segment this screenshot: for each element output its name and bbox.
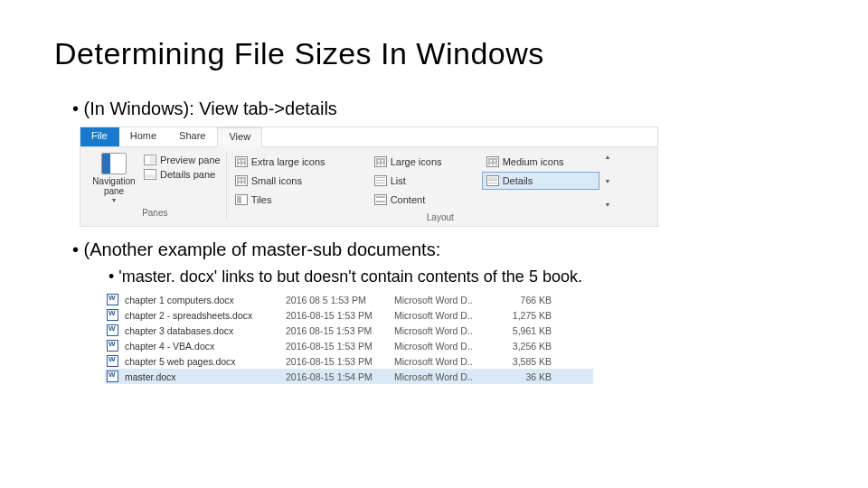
preview-pane-label: Preview pane xyxy=(160,155,221,165)
file-date: 2016-08-15 1:54 PM xyxy=(286,371,394,382)
layout-list[interactable]: List xyxy=(370,172,478,190)
file-name: chapter 3 databases.docx xyxy=(123,325,286,336)
layout-label: List xyxy=(391,175,406,186)
layout-large-icons[interactable]: Large icons xyxy=(370,153,478,171)
layout-details[interactable]: Details xyxy=(482,172,599,190)
file-type: Microsoft Word D.. xyxy=(394,356,494,367)
layout-label: Medium icons xyxy=(503,156,564,167)
preview-pane-button[interactable]: Preview pane xyxy=(144,155,221,165)
tiles-icon xyxy=(235,194,248,205)
file-row[interactable]: chapter 1 computers.docx2016 08 5 1:53 P… xyxy=(105,292,593,307)
file-size: 1,275 KB xyxy=(494,310,557,321)
file-row[interactable]: chapter 2 - spreadsheets.docx2016-08-15 … xyxy=(105,307,593,323)
medium-icons-icon xyxy=(486,156,499,167)
word-doc-icon xyxy=(107,371,118,382)
ribbon-group-panes: Navigation pane ▾ Preview pane Details p… xyxy=(84,153,227,220)
file-name: chapter 2 - spreadsheets.docx xyxy=(123,310,286,321)
file-row[interactable]: chapter 5 web pages.docx2016-08-15 1:53 … xyxy=(105,353,593,369)
chevron-up-icon: ▴ xyxy=(606,153,609,161)
layout-label: Extra large icons xyxy=(251,156,326,167)
explorer-ribbon-screenshot: File Home Share View Navigation pane ▾ P… xyxy=(80,127,658,227)
tab-home[interactable]: Home xyxy=(119,127,168,146)
layout-medium-icons[interactable]: Medium icons xyxy=(482,153,599,171)
bullet-text: (In Windows): View tab->details xyxy=(84,99,337,118)
layout-content[interactable]: Content xyxy=(370,191,478,209)
details-icon xyxy=(486,175,499,186)
bullet-master-sub: • (Another example of master-sub documen… xyxy=(72,239,814,260)
word-doc-icon xyxy=(107,294,118,305)
layout-label: Small icons xyxy=(251,175,302,186)
file-date: 2016 08-15 1:53 PM xyxy=(286,325,394,336)
file-name: chapter 5 web pages.docx xyxy=(123,356,286,367)
file-size: 3,585 KB xyxy=(494,356,557,367)
chevron-down-icon: ▾ xyxy=(606,177,609,185)
file-name: chapter 1 computers.docx xyxy=(123,295,286,305)
navigation-pane-button[interactable]: Navigation pane ▾ xyxy=(90,153,138,204)
layout-label: Tiles xyxy=(251,194,272,205)
word-doc-icon xyxy=(107,309,118,321)
file-type: Microsoft Word D.. xyxy=(394,371,494,382)
file-name: chapter 4 - VBA.docx xyxy=(123,341,286,352)
word-doc-icon xyxy=(107,340,118,352)
word-doc-icon xyxy=(107,324,118,336)
explorer-file-list-screenshot: chapter 1 computers.docx2016 08 5 1:53 P… xyxy=(105,292,593,384)
slide-title: Determining File Sizes In Windows xyxy=(54,36,814,71)
ribbon-group-layout: Extra large icons Large icons Medium ico… xyxy=(227,153,654,224)
file-size: 3,256 KB xyxy=(494,341,557,352)
content-icon xyxy=(374,194,387,205)
layout-label: Large icons xyxy=(391,156,442,167)
layout-extra-large-icons[interactable]: Extra large icons xyxy=(231,153,366,171)
tab-view[interactable]: View xyxy=(217,127,262,147)
tab-file[interactable]: File xyxy=(80,127,119,146)
file-date: 2016 08 5 1:53 PM xyxy=(286,295,394,305)
tab-share[interactable]: Share xyxy=(168,127,217,146)
file-type: Microsoft Word D.. xyxy=(394,310,494,321)
file-date: 2016-08-15 1:53 PM xyxy=(286,356,394,367)
small-icons-icon xyxy=(235,175,248,186)
bullet-master-link: • 'master. docx' links to but doesn't co… xyxy=(108,267,814,286)
file-row[interactable]: chapter 4 - VBA.docx2016-08-15 1:53 PMMi… xyxy=(105,338,593,353)
file-size: 36 KB xyxy=(494,371,557,382)
details-pane-label: Details pane xyxy=(160,169,215,180)
slide: Determining File Sizes In Windows • (In … xyxy=(0,0,868,402)
large-icons-icon xyxy=(374,156,387,167)
ribbon-tabbar: File Home Share View xyxy=(80,127,657,147)
layout-label: Details xyxy=(503,175,533,186)
file-size: 766 KB xyxy=(494,295,557,305)
file-type: Microsoft Word D.. xyxy=(394,325,494,336)
more-icon: ▾ xyxy=(606,201,609,209)
chevron-down-icon: ▾ xyxy=(112,196,116,204)
ribbon-body: Navigation pane ▾ Preview pane Details p… xyxy=(80,147,657,226)
layout-small-icons[interactable]: Small icons xyxy=(231,172,366,190)
group-caption-panes: Panes xyxy=(142,208,167,220)
preview-pane-icon xyxy=(144,155,156,165)
bullet-text: 'master. docx' links to but doesn't cont… xyxy=(118,267,582,286)
layout-tiles[interactable]: Tiles xyxy=(231,191,366,209)
file-row[interactable]: master.docx2016-08-15 1:54 PMMicrosoft W… xyxy=(105,369,593,384)
file-row[interactable]: chapter 3 databases.docx2016 08-15 1:53 … xyxy=(105,323,593,338)
details-pane-button[interactable]: Details pane xyxy=(144,169,221,180)
file-type: Microsoft Word D.. xyxy=(394,295,494,305)
group-caption-layout: Layout xyxy=(231,212,650,224)
navigation-pane-icon xyxy=(101,153,127,174)
file-size: 5,961 KB xyxy=(494,325,557,336)
file-date: 2016-08-15 1:53 PM xyxy=(286,310,394,321)
layout-label: Content xyxy=(391,194,426,205)
file-date: 2016-08-15 1:53 PM xyxy=(286,341,394,352)
layout-scroll-indicator[interactable]: ▴ ▾ ▾ xyxy=(603,153,612,209)
word-doc-icon xyxy=(107,355,118,367)
bullet-view-details: • (In Windows): View tab->details xyxy=(72,99,814,119)
file-name: master.docx xyxy=(123,371,286,382)
extra-large-icons-icon xyxy=(235,156,248,167)
details-pane-icon xyxy=(144,169,156,180)
navigation-pane-label: Navigation pane xyxy=(90,176,138,196)
file-type: Microsoft Word D.. xyxy=(394,341,494,352)
list-icon xyxy=(374,175,387,186)
bullet-text: (Another example of master-sub documents… xyxy=(84,239,441,259)
